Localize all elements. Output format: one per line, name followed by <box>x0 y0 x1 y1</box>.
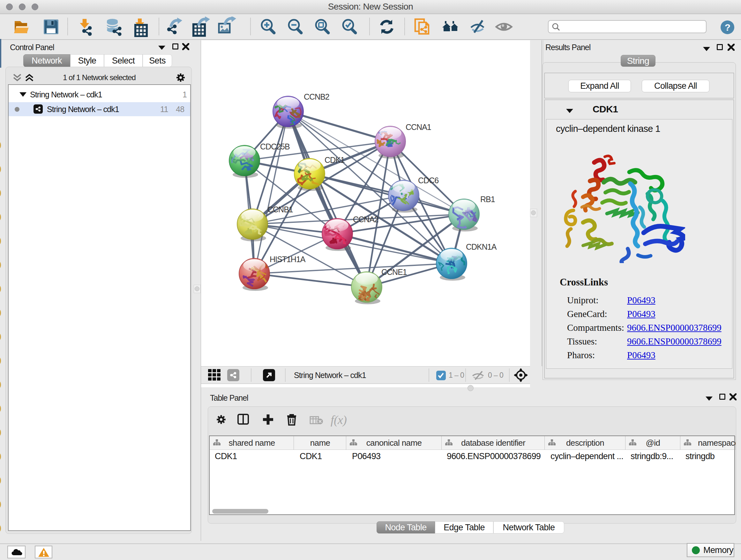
svg-text:CCNE1: CCNE1 <box>381 267 407 276</box>
svg-text:CCNB2: CCNB2 <box>304 92 329 101</box>
svg-text:CDC6: CDC6 <box>418 176 439 185</box>
svg-text:CCNA1: CCNA1 <box>406 123 431 132</box>
svg-text:CDKN1A: CDKN1A <box>466 242 497 251</box>
svg-text:CCNB1: CCNB1 <box>267 205 293 214</box>
svg-text:CCNA2: CCNA2 <box>353 215 379 224</box>
svg-text:CDK1: CDK1 <box>325 155 345 165</box>
svg-text:RB1: RB1 <box>480 195 495 204</box>
svg-text:CDC25B: CDC25B <box>260 142 290 151</box>
svg-text:HIST1H1A: HIST1H1A <box>270 255 306 264</box>
